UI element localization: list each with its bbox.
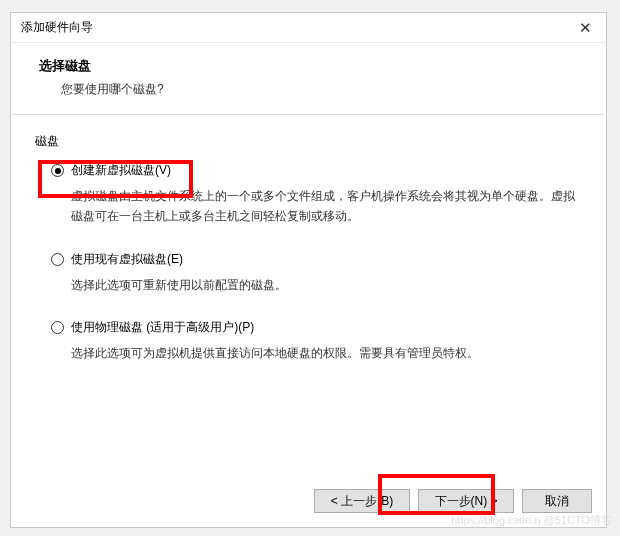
option-desc-create-new: 虚拟磁盘由主机文件系统上的一个或多个文件组成，客户机操作系统会将其视为单个硬盘。… — [71, 186, 582, 227]
radio-row-physical[interactable]: 使用物理磁盘 (适用于高级用户)(P) — [51, 319, 582, 336]
radio-physical[interactable] — [51, 321, 64, 334]
radio-label-physical[interactable]: 使用物理磁盘 (适用于高级用户)(P) — [71, 319, 254, 336]
back-button[interactable]: < 上一步(B) — [314, 489, 410, 513]
disk-group-label: 磁盘 — [35, 133, 582, 150]
radio-row-create-new[interactable]: 创建新虚拟磁盘(V) — [51, 162, 582, 179]
button-row: < 上一步(B) 下一步(N) > 取消 — [11, 479, 606, 527]
option-use-existing: 使用现有虚拟磁盘(E) 选择此选项可重新使用以前配置的磁盘。 — [51, 251, 582, 295]
close-button[interactable]: ✕ — [564, 13, 606, 43]
wizard-dialog: 添加硬件向导 ✕ 选择磁盘 您要使用哪个磁盘? 磁盘 创建新虚拟磁盘(V) 虚拟… — [10, 12, 607, 528]
dialog-body: 选择磁盘 您要使用哪个磁盘? 磁盘 创建新虚拟磁盘(V) 虚拟磁盘由主机文件系统… — [11, 43, 606, 527]
header-subtitle: 您要使用哪个磁盘? — [61, 81, 578, 98]
header-title: 选择磁盘 — [39, 57, 578, 75]
dialog-title: 添加硬件向导 — [21, 19, 564, 36]
titlebar: 添加硬件向导 ✕ — [11, 13, 606, 43]
content-area: 磁盘 创建新虚拟磁盘(V) 虚拟磁盘由主机文件系统上的一个或多个文件组成，客户机… — [11, 115, 606, 479]
cancel-button[interactable]: 取消 — [522, 489, 592, 513]
next-button[interactable]: 下一步(N) > — [418, 489, 514, 513]
option-create-new: 创建新虚拟磁盘(V) 虚拟磁盘由主机文件系统上的一个或多个文件组成，客户机操作系… — [51, 162, 582, 227]
radio-row-use-existing[interactable]: 使用现有虚拟磁盘(E) — [51, 251, 582, 268]
radio-label-create-new[interactable]: 创建新虚拟磁盘(V) — [71, 162, 171, 179]
disk-options: 创建新虚拟磁盘(V) 虚拟磁盘由主机文件系统上的一个或多个文件组成，客户机操作系… — [35, 162, 582, 364]
wizard-header: 选择磁盘 您要使用哪个磁盘? — [11, 43, 606, 114]
radio-create-new[interactable] — [51, 164, 64, 177]
option-desc-use-existing: 选择此选项可重新使用以前配置的磁盘。 — [71, 275, 582, 295]
option-desc-physical: 选择此选项可为虚拟机提供直接访问本地硬盘的权限。需要具有管理员特权。 — [71, 343, 582, 363]
radio-use-existing[interactable] — [51, 253, 64, 266]
radio-label-use-existing[interactable]: 使用现有虚拟磁盘(E) — [71, 251, 183, 268]
option-physical: 使用物理磁盘 (适用于高级用户)(P) 选择此选项可为虚拟机提供直接访问本地硬盘… — [51, 319, 582, 363]
close-icon: ✕ — [579, 19, 592, 37]
